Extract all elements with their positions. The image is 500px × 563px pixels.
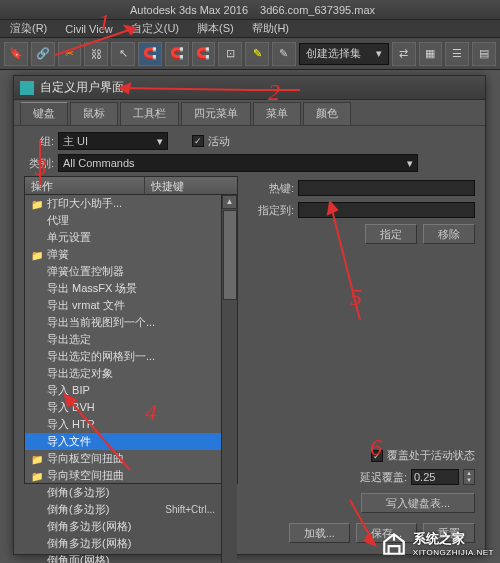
tab-mouse[interactable]: 鼠标 — [70, 102, 118, 126]
magnet-icon[interactable]: 🧲 — [138, 42, 162, 66]
override-checkbox[interactable]: ✓ — [371, 450, 383, 462]
list-item[interactable]: 导出当前视图到一个... — [25, 314, 221, 331]
menu-render[interactable]: 渲染(R) — [2, 21, 55, 36]
menu-help[interactable]: 帮助(H) — [244, 21, 297, 36]
list-item[interactable]: 倒角面(网格) — [25, 552, 221, 563]
list-item[interactable]: 代理 — [25, 212, 221, 229]
delay-label: 延迟覆盖: — [360, 470, 407, 485]
tab-toolbar[interactable]: 工具栏 — [120, 102, 179, 126]
app-titlebar: Autodesk 3ds Max 2016 3d66.com_637395.ma… — [0, 0, 500, 20]
unlink-icon[interactable]: ✂ — [58, 42, 82, 66]
magnet2-icon[interactable]: 🧲 — [165, 42, 189, 66]
list-item[interactable]: 打印大小助手... — [25, 195, 221, 212]
col-action[interactable]: 操作 — [25, 177, 145, 194]
tab-keyboard[interactable]: 键盘 — [20, 102, 68, 126]
list-item[interactable]: 单元设置 — [25, 229, 221, 246]
assignto-input[interactable] — [298, 202, 475, 218]
mirror-icon[interactable]: ⇄ — [392, 42, 416, 66]
list-item[interactable]: 弹簧 — [25, 246, 221, 263]
app-title: Autodesk 3ds Max 2016 — [130, 4, 248, 16]
scroll-up-icon[interactable]: ▲ — [222, 195, 237, 209]
list-item[interactable]: 导向球空间扭曲 — [25, 467, 221, 484]
snap-icon[interactable]: ⊡ — [218, 42, 242, 66]
active-checkbox[interactable]: ✓ — [192, 135, 204, 147]
action-list[interactable]: 操作 快捷键 打印大小助手...代理单元设置弹簧弹簧位置控制器导出 MassFX… — [24, 176, 238, 484]
assign-button[interactable]: 指定 — [365, 224, 417, 244]
app-filename: 3d66.com_637395.max — [260, 4, 375, 16]
dialog-bottom-buttons: 加载... 保存... 重置 — [24, 523, 475, 543]
list-item[interactable]: 弹簧位置控制器 — [25, 263, 221, 280]
bookmark-icon[interactable]: 🔖 — [4, 42, 28, 66]
selection-set-combo[interactable]: 创建选择集▾ — [299, 43, 389, 65]
list-item[interactable]: 导入 BIP — [25, 382, 221, 399]
dialog-title: 自定义用户界面 — [40, 79, 124, 96]
list-item[interactable]: 导入文件 — [25, 433, 221, 450]
layer-icon[interactable]: ☰ — [445, 42, 469, 66]
load-button[interactable]: 加载... — [289, 523, 350, 543]
dialog-tabs: 键盘 鼠标 工具栏 四元菜单 菜单 颜色 — [14, 102, 485, 126]
bind-icon[interactable]: ⛓ — [84, 42, 108, 66]
chevron-down-icon: ▾ — [376, 47, 382, 60]
list-item[interactable]: 导入 BVH — [25, 399, 221, 416]
layers-icon[interactable]: ▤ — [472, 42, 496, 66]
list-item[interactable]: 导出 vrmat 文件 — [25, 297, 221, 314]
delay-spinner[interactable]: ▲▼ — [463, 469, 475, 485]
dialog-titlebar[interactable]: 自定义用户界面 — [14, 76, 485, 100]
chevron-down-icon: ▾ — [157, 135, 163, 148]
hotkey-input[interactable] — [298, 180, 475, 196]
hotkey-panel: 热键: 指定到: 指定 移除 — [248, 176, 475, 484]
list-item[interactable]: 导出选定对象 — [25, 365, 221, 382]
main-menubar: 渲染(R) Civil View 自定义(U) 脚本(S) 帮助(H) — [0, 20, 500, 38]
list-header: 操作 快捷键 — [25, 177, 237, 195]
menu-customize[interactable]: 自定义(U) — [123, 21, 187, 36]
dialog-content: 组: 主 UI▾ ✓ 活动 类别: All Commands▾ 操作 快捷键 打… — [14, 125, 485, 551]
tab-menu[interactable]: 菜单 — [253, 102, 301, 126]
tab-quadmenu[interactable]: 四元菜单 — [181, 102, 251, 126]
group-combo[interactable]: 主 UI▾ — [58, 132, 168, 150]
menu-civilview[interactable]: Civil View — [57, 23, 120, 35]
selbrush2-icon[interactable]: ✎ — [272, 42, 296, 66]
override-panel: ✓ 覆盖处于活动状态 延迟覆盖: ▲▼ 写入键盘表... — [265, 448, 475, 513]
magnet3-icon[interactable]: 🧲 — [192, 42, 216, 66]
save-button[interactable]: 保存... — [356, 523, 417, 543]
category-label: 类别: — [24, 156, 54, 171]
link-icon[interactable]: 🔗 — [31, 42, 55, 66]
align-icon[interactable]: ▦ — [419, 42, 443, 66]
selbrush-icon[interactable]: ✎ — [245, 42, 269, 66]
category-combo[interactable]: All Commands▾ — [58, 154, 418, 172]
cursor-icon[interactable]: ↖ — [111, 42, 135, 66]
remove-button[interactable]: 移除 — [423, 224, 475, 244]
scroll-thumb[interactable] — [223, 210, 237, 300]
app-icon — [20, 81, 34, 95]
chevron-down-icon: ▾ — [407, 157, 413, 170]
assignto-label: 指定到: — [248, 203, 294, 218]
list-item[interactable]: 导出选定 — [25, 331, 221, 348]
list-item[interactable]: 导出 MassFX 场景 — [25, 280, 221, 297]
delay-input[interactable] — [411, 469, 459, 485]
list-item[interactable]: 倒角(多边形)Shift+Ctrl... — [25, 501, 221, 518]
list-scrollbar[interactable]: ▲ ▼ — [221, 195, 237, 563]
active-label: 活动 — [208, 134, 230, 149]
customize-ui-dialog: 自定义用户界面 键盘 鼠标 工具栏 四元菜单 菜单 颜色 组: 主 UI▾ ✓ … — [13, 75, 486, 555]
list-item[interactable]: 导出选定的网格到一... — [25, 348, 221, 365]
list-item[interactable]: 导向板空间扭曲 — [25, 450, 221, 467]
main-toolbar: 🔖 🔗 ✂ ⛓ ↖ 🧲 🧲 🧲 ⊡ ✎ ✎ 创建选择集▾ ⇄ ▦ ☰ ▤ — [0, 38, 500, 70]
menu-script[interactable]: 脚本(S) — [189, 21, 242, 36]
hotkey-label: 热键: — [248, 181, 294, 196]
group-label: 组: — [24, 134, 54, 149]
reset-button[interactable]: 重置 — [423, 523, 475, 543]
tab-color[interactable]: 颜色 — [303, 102, 351, 126]
override-label: 覆盖处于活动状态 — [387, 448, 475, 463]
list-item[interactable]: 导入 HTR — [25, 416, 221, 433]
col-shortcut[interactable]: 快捷键 — [145, 177, 190, 194]
list-item[interactable]: 倒角(多边形) — [25, 484, 221, 501]
write-keyboard-button[interactable]: 写入键盘表... — [361, 493, 475, 513]
